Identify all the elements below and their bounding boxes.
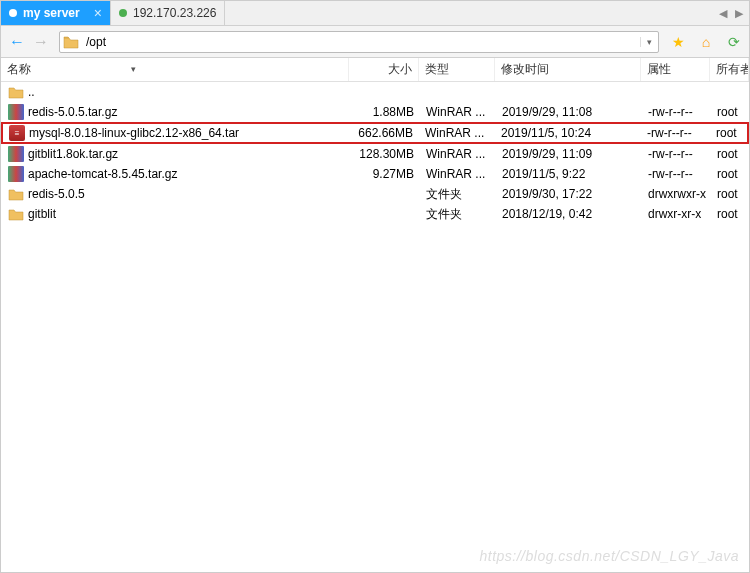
column-headers: 名称 ▾ 大小 类型 修改时间 属性 所有者 (1, 58, 749, 82)
toolbar: ← → ▾ ★ ⌂ ⟳ (1, 26, 749, 58)
file-type: WinRAR ... (426, 105, 485, 119)
file-name: gitblit (28, 207, 56, 221)
header-name[interactable]: 名称 ▾ (1, 58, 349, 81)
header-date[interactable]: 修改时间 (495, 58, 641, 81)
file-date: 2019/9/30, 17:22 (502, 187, 592, 201)
parent-dir-label: .. (28, 85, 35, 99)
file-row[interactable]: ≡mysql-8.0.18-linux-glibc2.12-x86_64.tar… (1, 122, 749, 144)
file-owner: root (717, 167, 738, 181)
tab-my-server[interactable]: my server × (1, 1, 111, 25)
back-button[interactable]: ← (7, 32, 27, 52)
tab-prev-icon[interactable]: ◀ (719, 7, 727, 20)
file-type: WinRAR ... (426, 167, 485, 181)
file-size: 128.30MB (359, 147, 414, 161)
file-row[interactable]: gitblit1.8ok.tar.gz128.30MBWinRAR ...201… (1, 144, 749, 164)
connection-status-dot (119, 9, 127, 17)
file-type: WinRAR ... (426, 147, 485, 161)
file-attr: -rw-r--r-- (648, 105, 693, 119)
file-attr: -rw-r--r-- (648, 167, 693, 181)
tab-ip-address[interactable]: 192.170.23.226 (111, 1, 225, 25)
file-date: 2018/12/19, 0:42 (502, 207, 592, 221)
header-size[interactable]: 大小 (349, 58, 419, 81)
file-size: 9.27MB (373, 167, 414, 181)
file-attr: -rw-r--r-- (648, 147, 693, 161)
file-size: 1.88MB (373, 105, 414, 119)
file-name: redis-5.0.5.tar.gz (28, 105, 117, 119)
file-date: 2019/11/5, 10:24 (501, 126, 591, 140)
file-type: 文件夹 (426, 186, 462, 203)
file-date: 2019/11/5, 9:22 (502, 167, 585, 181)
file-row[interactable]: apache-tomcat-8.5.45.tar.gz9.27MBWinRAR … (1, 164, 749, 184)
archive-icon (8, 146, 24, 162)
tab-label: my server (23, 6, 88, 20)
file-owner: root (717, 147, 738, 161)
bookmark-icon[interactable]: ★ (669, 33, 687, 51)
file-row[interactable]: redis-5.0.5.tar.gz1.88MBWinRAR ...2019/9… (1, 102, 749, 122)
file-owner: root (717, 105, 738, 119)
home-icon[interactable]: ⌂ (697, 33, 715, 51)
file-name: gitblit1.8ok.tar.gz (28, 147, 118, 161)
file-owner: root (716, 126, 737, 140)
file-name: redis-5.0.5 (28, 187, 85, 201)
file-attr: drwxr-xr-x (648, 207, 701, 221)
connection-status-dot (9, 9, 17, 17)
header-owner[interactable]: 所有者 (710, 58, 749, 81)
sort-indicator-icon: ▾ (131, 64, 136, 74)
file-size: 662.66MB (358, 126, 413, 140)
file-name: apache-tomcat-8.5.45.tar.gz (28, 167, 177, 181)
address-bar: ▾ (59, 31, 659, 53)
chevron-down-icon[interactable]: ▾ (640, 37, 658, 47)
file-type: WinRAR ... (425, 126, 484, 140)
forward-button[interactable]: → (31, 32, 51, 52)
folder-icon (8, 206, 24, 222)
file-owner: root (717, 207, 738, 221)
archive-icon: ≡ (9, 125, 25, 141)
file-type: 文件夹 (426, 206, 462, 223)
file-row[interactable]: gitblit文件夹2018/12/19, 0:42drwxr-xr-xroot (1, 204, 749, 224)
file-date: 2019/9/29, 11:08 (502, 105, 592, 119)
folder-icon (62, 33, 80, 51)
file-attr: -rw-r--r-- (647, 126, 692, 140)
folder-icon (8, 84, 24, 100)
folder-icon (8, 186, 24, 202)
header-type[interactable]: 类型 (419, 58, 495, 81)
tab-label: 192.170.23.226 (133, 6, 216, 20)
parent-directory[interactable]: .. (1, 82, 749, 102)
archive-icon (8, 104, 24, 120)
header-attr[interactable]: 属性 (641, 58, 710, 81)
file-row[interactable]: redis-5.0.5文件夹2019/9/30, 17:22drwxrwxr-x… (1, 184, 749, 204)
header-name-label: 名称 (7, 61, 31, 78)
close-icon[interactable]: × (94, 6, 102, 20)
file-attr: drwxrwxr-x (648, 187, 706, 201)
tab-nav-controls: ◀ ▶ (713, 1, 749, 25)
file-owner: root (717, 187, 738, 201)
file-list: .. redis-5.0.5.tar.gz1.88MBWinRAR ...201… (1, 82, 749, 572)
file-date: 2019/9/29, 11:09 (502, 147, 592, 161)
tab-bar: my server × 192.170.23.226 ◀ ▶ (1, 1, 749, 26)
archive-icon (8, 166, 24, 182)
file-name: mysql-8.0.18-linux-glibc2.12-x86_64.tar (29, 126, 239, 140)
tab-next-icon[interactable]: ▶ (735, 7, 743, 20)
address-input[interactable] (82, 32, 640, 52)
refresh-icon[interactable]: ⟳ (725, 33, 743, 51)
